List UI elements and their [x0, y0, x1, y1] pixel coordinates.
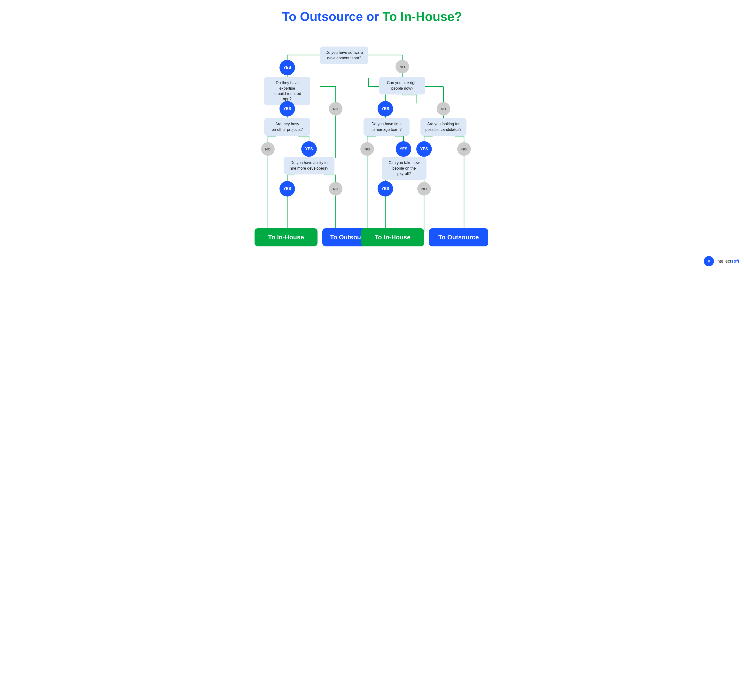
title-part2: To In-House? [382, 9, 462, 24]
yes-circle-left-q1: YES [280, 101, 295, 116]
yes-circle-left-q3: YES [280, 181, 295, 197]
yes-circle-mid-q3: YES [378, 181, 393, 197]
no-circle-right-q2-right: NO [457, 142, 471, 156]
mid-q2-box: Do you have timeto manage team? [363, 118, 409, 136]
right-q2-box: Are you looking forpossible candidates? [420, 118, 466, 136]
no-circle-left-q3: NO [329, 182, 342, 195]
svg-text:it: it [708, 259, 710, 263]
no-circle-left-q2-left: NO [261, 142, 275, 156]
no-circle-mid-q3: NO [417, 182, 431, 195]
no-circle-mid-q2-left: NO [360, 142, 374, 156]
mid-q3-box: Can you take newpeople on the payroll? [382, 157, 427, 180]
yes-circle-right-q1: YES [378, 101, 393, 116]
right-q1-box: Can you hire rightpeople now? [379, 77, 425, 94]
yes-circle-root: YES [280, 60, 295, 75]
brand-logo: it [704, 256, 714, 266]
result-inhouse-2: To In-House [361, 228, 424, 246]
root-question: Do you have softwaredevelopment team? [320, 46, 368, 64]
result-inhouse-1: To In-House [254, 228, 317, 246]
no-circle-right-q1: NO [437, 102, 450, 116]
title-part1: To Outsource or [282, 9, 382, 24]
flowchart: Do you have softwaredevelopment team? YE… [245, 36, 499, 254]
yes-circle-right-q2: YES [416, 141, 432, 157]
result-outsource-2: To Outsource [429, 228, 488, 246]
left-q3-box: Do you have ability tohire more develope… [284, 157, 335, 174]
page-title: To Outsource or To In-House? [282, 10, 462, 24]
no-circle-left-q1: NO [329, 102, 342, 116]
left-q2-box: Are they busyon other projects? [264, 118, 310, 136]
no-circle-root: NO [396, 60, 409, 73]
yes-circle-mid-q2: YES [396, 141, 411, 157]
yes-circle-left-q2: YES [301, 141, 317, 157]
brand-name: intellectsoft [716, 259, 739, 264]
brand-footer: it intellectsoft [485, 256, 739, 266]
